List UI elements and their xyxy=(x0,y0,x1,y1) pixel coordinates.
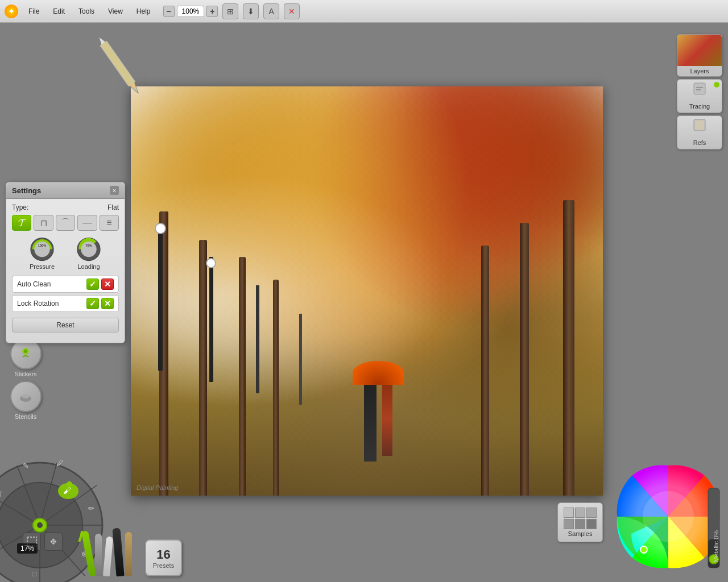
toolbar-btn-4[interactable]: ✕ xyxy=(284,3,300,19)
lamp-head-1 xyxy=(155,223,166,234)
stickers-label: Stickers xyxy=(14,371,36,377)
svg-point-13 xyxy=(24,350,27,353)
type-row: Type: Flat xyxy=(12,203,119,211)
tracing-label: Tracing xyxy=(677,101,722,111)
stickers-button[interactable]: Stickers xyxy=(6,338,46,377)
svg-rect-9 xyxy=(100,41,135,86)
sample-2[interactable] xyxy=(575,508,585,518)
menu-edit[interactable]: Edit xyxy=(47,5,71,18)
menu-file[interactable]: File xyxy=(23,5,45,18)
tree-trunk-r2 xyxy=(520,223,529,496)
flat-label: Flat xyxy=(107,203,119,211)
presets-label: Presets xyxy=(153,562,174,569)
menu-bar: ✦ File Edit Tools View Help − 100% + ⊞ ⬇… xyxy=(0,0,728,23)
menu-view[interactable]: View xyxy=(102,5,129,18)
svg-text:□: □ xyxy=(32,569,36,578)
loading-dial[interactable]: 70% Loading xyxy=(68,236,109,270)
layers-button[interactable]: Layers xyxy=(677,34,722,77)
svg-point-15 xyxy=(22,394,30,398)
settings-panel: Settings × Type: Flat 𝓣 ⊓ ⌒ — ≡ xyxy=(6,182,125,343)
auto-clean-x[interactable]: ✕ xyxy=(101,278,114,290)
canvas-area: Digital Painting xyxy=(131,28,603,554)
sample-3[interactable] xyxy=(586,508,597,518)
svg-text:✥: ✥ xyxy=(50,537,57,546)
person-2-body xyxy=(382,382,392,456)
zoom-out-button[interactable]: − xyxy=(163,6,175,17)
painting-canvas[interactable]: Digital Painting xyxy=(131,86,603,496)
settings-title: Settings xyxy=(12,186,41,195)
svg-text:🖊: 🖊 xyxy=(56,459,64,467)
refs-icon xyxy=(692,117,708,136)
lamp-post-3 xyxy=(256,285,259,393)
lock-rotation-check[interactable]: ✓ xyxy=(86,298,99,309)
lock-rotation-row: Lock Rotation ✓ ✕ xyxy=(12,295,119,312)
tree-trunk-2 xyxy=(199,240,207,496)
person-1-body xyxy=(364,382,377,462)
toolbar-btn-1[interactable]: ⊞ xyxy=(222,3,238,19)
presets-count: 16 xyxy=(156,547,170,562)
tracing-icon xyxy=(692,81,708,100)
auto-clean-label: Auto Clean xyxy=(17,280,86,288)
brush-type-2[interactable]: ⌒ xyxy=(56,215,75,231)
menu-help[interactable]: Help xyxy=(131,5,156,18)
reset-button[interactable]: Reset xyxy=(12,318,119,332)
layers-thumb xyxy=(677,35,722,66)
lamp-head-2 xyxy=(206,258,216,268)
pressure-dial[interactable]: 100% Pressure xyxy=(22,236,63,270)
settings-title-bar: Settings × xyxy=(6,182,125,199)
sample-5[interactable] xyxy=(575,519,585,529)
marker-brown[interactable] xyxy=(125,532,132,576)
zoom-value[interactable]: 100% xyxy=(177,6,205,17)
refs-label: Refs xyxy=(677,138,722,148)
type-label: Type: xyxy=(12,203,28,211)
auto-clean-row: Auto Clean ✓ ✕ xyxy=(12,276,119,293)
sample-6[interactable] xyxy=(586,519,597,529)
move-tool[interactable]: ✥ xyxy=(44,533,63,551)
layers-thumb-painting xyxy=(677,35,722,66)
svg-text:70%: 70% xyxy=(85,244,92,247)
svg-text:✏: ✏ xyxy=(88,504,94,513)
svg-line-10 xyxy=(100,45,129,86)
brush-type-3[interactable]: — xyxy=(77,215,97,231)
refs-button[interactable]: Refs xyxy=(677,115,722,149)
auto-clean-check[interactable]: ✓ xyxy=(86,278,99,290)
menu-tools[interactable]: Tools xyxy=(73,5,100,18)
stencils-button[interactable]: Stencils xyxy=(6,381,46,420)
settings-close-button[interactable]: × xyxy=(110,186,119,195)
pressure-label: Pressure xyxy=(30,263,55,270)
marker-light[interactable] xyxy=(103,537,113,577)
brush-type-1[interactable]: ⊓ xyxy=(34,215,53,231)
brush-type-4[interactable]: ≡ xyxy=(100,215,119,231)
svg-text:100%: 100% xyxy=(38,244,46,247)
tracing-button[interactable]: Tracing xyxy=(677,79,722,113)
toolbar-btn-2[interactable]: ⬇ xyxy=(243,3,259,19)
marker-black[interactable] xyxy=(112,528,124,577)
marker-gray[interactable] xyxy=(95,534,102,576)
dials-row: 100% Pressure 70% Loading xyxy=(12,236,119,270)
settings-body: Type: Flat 𝓣 ⊓ ⌒ — ≡ xyxy=(6,199,125,337)
lamp-post-2 xyxy=(209,257,213,382)
samples-panel[interactable]: Samples xyxy=(557,502,603,542)
svg-marker-7 xyxy=(97,36,107,46)
svg-point-47 xyxy=(643,491,694,542)
sample-1[interactable] xyxy=(564,508,574,518)
marker-tools xyxy=(85,528,132,576)
lock-rotation-label: Lock Rotation xyxy=(17,300,86,307)
color-wheel[interactable] xyxy=(614,460,722,571)
sample-4[interactable] xyxy=(564,519,574,529)
tree-trunk-r3 xyxy=(481,246,489,496)
umbrella xyxy=(353,361,404,385)
lock-rotation-x[interactable]: ✕ xyxy=(101,298,114,309)
zoom-control: − 100% + xyxy=(163,6,218,17)
presets-button[interactable]: 16 Presets xyxy=(145,539,182,576)
toolbar-btn-3[interactable]: A xyxy=(263,3,279,19)
tree-trunk-r1 xyxy=(563,200,574,496)
zoom-in-button[interactable]: + xyxy=(206,6,218,17)
lamp-post-4 xyxy=(299,314,302,405)
brush-type-0[interactable]: 𝓣 xyxy=(12,215,31,231)
tracing-indicator xyxy=(714,82,719,88)
svg-text:T: T xyxy=(0,490,2,498)
svg-rect-45 xyxy=(695,120,704,130)
samples-label: Samples xyxy=(568,530,593,537)
stencils-label: Stencils xyxy=(15,413,37,420)
